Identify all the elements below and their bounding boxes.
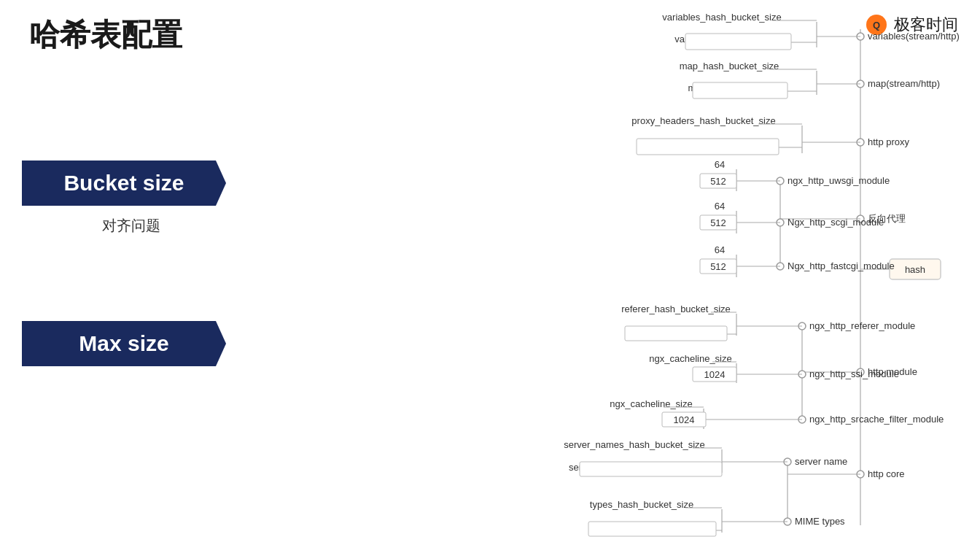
uwsgi-512-label: 512 xyxy=(710,176,726,187)
proxy-headers-bucket-label: proxy_headers_hash_bucket_size xyxy=(631,115,775,126)
svg-rect-56 xyxy=(588,522,716,536)
srcache-1024-label: 1024 xyxy=(674,414,695,425)
types-bucket-label: types_hash_bucket_size xyxy=(590,499,693,510)
uwsgi-64-label: 64 xyxy=(715,159,725,170)
svg-rect-51 xyxy=(580,462,722,476)
max-size-banner: Max size xyxy=(22,321,226,366)
diagram-area: hash variables(stream/http) variables_ha… xyxy=(306,0,962,553)
srcache-label: ngx_http_srcache_filter_module xyxy=(809,414,944,425)
fastcgi-512-label: 512 xyxy=(710,261,726,272)
scgi-label: Ngx_http_scgi_module xyxy=(788,217,884,228)
mime-types-label: MIME types xyxy=(795,516,845,527)
svg-rect-8 xyxy=(685,34,791,50)
variables-label: variables(stream/http) xyxy=(868,31,960,42)
referer-bucket-label: referer_hash_bucket_size xyxy=(621,303,731,314)
scgi-64-label: 64 xyxy=(715,201,725,212)
uwsgi-label: ngx_http_uwsgi_module xyxy=(788,175,890,186)
svg-rect-36 xyxy=(625,326,727,341)
scgi-512-label: 512 xyxy=(710,217,726,228)
hash-label: hash xyxy=(905,264,925,275)
map-bucket-label: map_hash_bucket_size xyxy=(680,61,779,71)
http-proxy-label: http proxy xyxy=(868,136,910,147)
alignment-label: 对齐问题 xyxy=(22,216,241,236)
bucket-size-section: Bucket size 对齐问题 xyxy=(22,161,241,236)
ssi-label: ngx_http_ssi_module xyxy=(809,368,899,379)
svg-rect-18 xyxy=(637,139,779,155)
map-label: map(stream/http) xyxy=(868,78,940,89)
fastcgi-label: Ngx_http_fastcgi_module xyxy=(788,260,895,271)
srcache-cacheline-label: ngx_cacheline_size xyxy=(610,398,692,409)
bucket-size-banner: Bucket size xyxy=(22,161,226,206)
ssi-cacheline-label: ngx_cacheline_size xyxy=(649,353,731,364)
max-size-section: Max size xyxy=(22,321,241,366)
svg-rect-13 xyxy=(693,82,788,98)
server-names-bucket-label: server_names_hash_bucket_size xyxy=(564,439,705,450)
page-title: 哈希表配置 xyxy=(29,15,182,55)
referer-label: ngx_http_referer_module xyxy=(809,320,915,331)
http-core-label: http core xyxy=(868,468,905,479)
ssi-1024-label: 1024 xyxy=(704,369,726,380)
tree-diagram: hash variables(stream/http) variables_ha… xyxy=(306,0,962,553)
fastcgi-64-label: 64 xyxy=(715,244,725,255)
variables-bucket-size-label: variables_hash_bucket_size xyxy=(662,12,781,23)
server-name-label: server name xyxy=(795,456,847,467)
